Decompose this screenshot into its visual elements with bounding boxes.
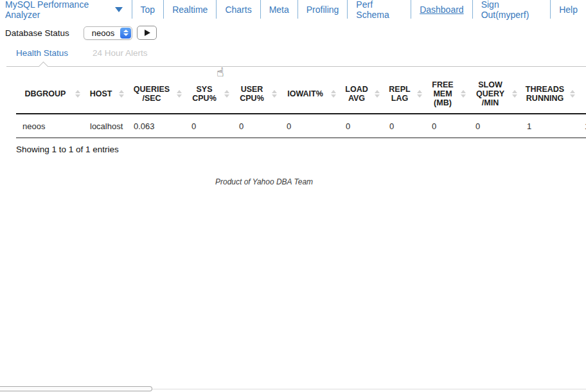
col-header-sys-cpu[interactable]: SYS CPU%: [185, 74, 233, 114]
cell-slow-query: 0: [469, 114, 520, 138]
sort-icon: [330, 90, 336, 98]
table-row[interactable]: neoos localhost 0.063 0 0 0 0 0 0 0 1 1: [16, 114, 586, 138]
nav-item-profiling[interactable]: Profiling: [297, 0, 348, 19]
scrollbar-thumb[interactable]: [0, 386, 152, 391]
db-select[interactable]: neoos: [84, 26, 132, 40]
footer-credit: Product of Yahoo DBA Team: [16, 177, 512, 186]
col-header-host[interactable]: HOST: [84, 74, 127, 114]
cell-free-mem: 0: [425, 114, 469, 138]
table-header-row: DBGROUP HOST QUERIES /SEC SYS CPU% USER …: [16, 74, 586, 114]
col-header-dbgroup[interactable]: DBGROUP: [16, 74, 84, 114]
health-status-panel: DBGROUP HOST QUERIES /SEC SYS CPU% USER …: [16, 74, 586, 186]
sort-icon: [118, 90, 124, 98]
play-icon: [145, 30, 150, 36]
nav-item-meta[interactable]: Meta: [260, 0, 297, 19]
health-status-table: DBGROUP HOST QUERIES /SEC SYS CPU% USER …: [16, 74, 586, 138]
nav-item-sign-out[interactable]: Sign Out(myperf): [472, 0, 551, 19]
col-header-threads-running[interactable]: THREADS RUNNING: [520, 74, 578, 114]
caret-down-icon: [115, 7, 123, 12]
cell-queries-sec: 0.063: [127, 114, 185, 138]
nav-item-realtime[interactable]: Realtime: [163, 0, 216, 19]
sort-icon: [271, 90, 277, 98]
col-header-queries-sec[interactable]: QUERIES /SEC: [127, 74, 185, 114]
cell-sys-cpu: 0: [185, 114, 233, 138]
brand-menu[interactable]: MySQL Performance Analyzer: [0, 0, 132, 19]
cell-offscreen: 1: [578, 114, 586, 138]
db-select-value: neoos: [84, 27, 120, 39]
sort-icon: [416, 90, 422, 98]
database-status-bar: Database Status neoos: [5, 25, 586, 40]
select-stepper-icon: [120, 28, 131, 39]
tab-underline: [6, 66, 586, 67]
brand-label: MySQL Performance Analyzer: [5, 0, 111, 20]
tab-bar: Health Status 24 Hour Alerts: [6, 48, 586, 67]
cell-iowait: 0: [280, 114, 339, 138]
col-header-free-mem[interactable]: FREE MEM (MB): [425, 74, 469, 114]
sort-icon: [569, 90, 575, 98]
entries-summary: Showing 1 to 1 of 1 entries: [16, 145, 586, 154]
sort-icon: [374, 90, 380, 98]
cell-load-avg: 0: [339, 114, 383, 138]
tab-24-hour-alerts[interactable]: 24 Hour Alerts: [93, 48, 148, 58]
col-header-iowait[interactable]: IOWAIT%: [280, 74, 339, 114]
sort-icon: [224, 90, 229, 98]
col-header-repl-lag[interactable]: REPL LAG: [383, 74, 425, 114]
cell-user-cpu: 0: [233, 114, 280, 138]
col-header-user-cpu[interactable]: USER CPU%: [233, 74, 280, 114]
cell-threads-running: 1: [520, 114, 578, 138]
nav-item-top[interactable]: Top: [132, 0, 164, 19]
cell-dbgroup: neoos: [16, 114, 84, 138]
col-header-load-avg[interactable]: LOAD AVG: [339, 74, 383, 114]
database-status-label: Database Status: [5, 28, 69, 38]
nav-item-perf-schema[interactable]: Perf Schema: [347, 0, 411, 19]
sort-icon: [75, 90, 80, 98]
play-button[interactable]: [137, 26, 157, 40]
nav-item-charts[interactable]: Charts: [216, 0, 260, 19]
sort-icon: [460, 90, 466, 98]
col-header-slow-query[interactable]: SLOW QUERY /MIN: [469, 74, 520, 114]
cell-repl-lag: 0: [383, 114, 425, 138]
col-header-offscreen[interactable]: [578, 74, 586, 114]
nav-item-dashboard[interactable]: Dashboard: [411, 0, 472, 19]
tab-health-status[interactable]: Health Status: [16, 48, 68, 58]
sort-icon: [511, 90, 517, 98]
nav-item-help[interactable]: Help: [550, 0, 586, 19]
cell-host: localhost: [84, 114, 127, 138]
sort-icon: [176, 90, 182, 98]
top-navbar: MySQL Performance Analyzer Top Realtime …: [0, 0, 586, 19]
